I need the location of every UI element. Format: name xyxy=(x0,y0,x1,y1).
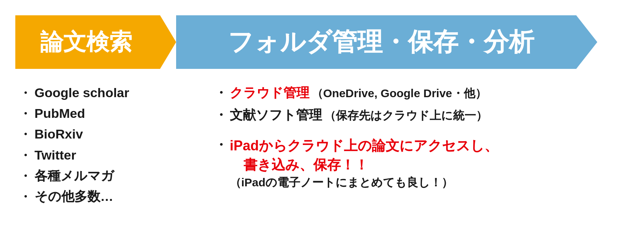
list-item: ・ PubMed xyxy=(19,105,207,122)
list-item: ・ Twitter xyxy=(19,147,207,163)
list-item: ・ BioRxiv xyxy=(19,126,207,142)
bullet-dot: ・ xyxy=(19,108,31,120)
bullet-text: 各種メルマガ xyxy=(34,167,114,184)
right-column: ・ クラウド管理 （OneDrive, Google Drive・他） ・ 文献… xyxy=(207,84,629,240)
ipad-text-block: iPadからクラウド上の論文にアクセスし、 書き込み、保存！！ （iPadの電子… xyxy=(230,136,629,191)
bullet-dot: ・ xyxy=(19,191,31,203)
list-item: ・ その他多数… xyxy=(19,188,207,205)
cloud-label-black: （OneDrive, Google Drive・他） xyxy=(312,86,487,101)
ipad-label-black: （iPadの電子ノートにまとめても良し！） xyxy=(230,175,629,191)
yellow-arrow-label: 論文検索 xyxy=(40,28,132,56)
bullet-text: PubMed xyxy=(34,105,85,122)
left-column: ・ Google scholar ・ PubMed ・ BioRxiv ・ Tw… xyxy=(15,84,207,240)
bullet-dot: ・ xyxy=(19,87,31,99)
bullet-dot: ・ xyxy=(214,84,227,101)
spacer xyxy=(214,129,629,136)
content-row: ・ Google scholar ・ PubMed ・ BioRxiv ・ Tw… xyxy=(15,84,629,240)
main-container: 論文検索 フォルダ管理・保存・分析 ・ Google scholar ・ Pub… xyxy=(0,0,644,251)
bullet-dot: ・ xyxy=(19,170,31,182)
list-item: ・ 各種メルマガ xyxy=(19,167,207,184)
yellow-arrow: 論文検索 xyxy=(15,15,176,69)
right-list-item-software: ・ 文献ソフト管理 （保存先はクラウド上に統一） xyxy=(214,106,629,124)
software-label-normal: （保存先はクラウド上に統一） xyxy=(324,108,487,124)
right-list-item-cloud: ・ クラウド管理 （OneDrive, Google Drive・他） xyxy=(214,84,629,102)
cloud-label-red: クラウド管理 xyxy=(230,84,309,102)
bullet-text: その他多数… xyxy=(34,188,113,205)
bullet-text: Twitter xyxy=(34,147,76,163)
software-label-bold: 文献ソフト管理 xyxy=(230,106,322,124)
blue-arrow: フォルダ管理・保存・分析 xyxy=(176,15,597,69)
list-item: ・ Google scholar xyxy=(19,84,207,101)
ipad-label-red: iPadからクラウド上の論文にアクセスし、 書き込み、保存！！ xyxy=(230,136,629,175)
blue-arrow-label: フォルダ管理・保存・分析 xyxy=(228,27,534,57)
bullet-dot: ・ xyxy=(19,149,31,161)
bullet-text: BioRxiv xyxy=(34,126,83,142)
bullet-dot: ・ xyxy=(19,128,31,140)
right-list-item-ipad: ・ iPadからクラウド上の論文にアクセスし、 書き込み、保存！！ （iPadの… xyxy=(214,136,629,191)
bullet-dot: ・ xyxy=(214,136,227,153)
bullet-text: Google scholar xyxy=(34,84,129,101)
arrows-row: 論文検索 フォルダ管理・保存・分析 xyxy=(15,11,629,73)
bullet-dot: ・ xyxy=(214,106,227,123)
